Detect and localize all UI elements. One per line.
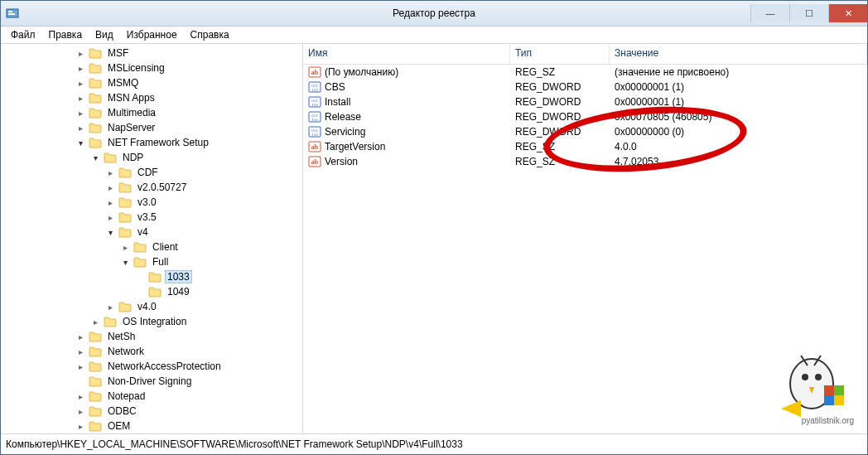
tree-item[interactable]: ▸NetSh: [1, 329, 302, 344]
expand-icon[interactable]: ▸: [105, 197, 115, 207]
tree-pane[interactable]: ▸MSF▸MSLicensing▸MSMQ▸MSN Apps▸Multimedi…: [1, 44, 303, 433]
maximize-button[interactable]: ☐: [789, 4, 828, 22]
svg-point-3: [790, 359, 833, 409]
column-header-name[interactable]: Имя: [303, 44, 510, 64]
tree-item-label: NetworkAccessProtection: [105, 360, 224, 373]
tree-item[interactable]: ▸ODBC: [1, 404, 302, 419]
expand-icon[interactable]: ▸: [105, 182, 115, 192]
tree-item[interactable]: ▸MSLicensing: [1, 61, 302, 75]
expand-icon[interactable]: ▸: [75, 332, 85, 341]
list-row[interactable]: ab(По умолчанию)REG_SZ(значение не присв…: [303, 65, 867, 80]
tree-item[interactable]: ▸MSN Apps: [1, 90, 302, 105]
list-row[interactable]: 011110InstallREG_DWORD0x00000001 (1): [303, 94, 867, 109]
folder-icon: [89, 137, 102, 148]
folder-icon: [118, 196, 132, 208]
expand-icon[interactable]: ▸: [75, 108, 85, 118]
tree-item[interactable]: ▸v3.0: [1, 195, 302, 210]
folder-icon: [89, 77, 102, 89]
collapse-icon[interactable]: ▾: [75, 138, 85, 148]
expand-icon[interactable]: ▸: [105, 302, 115, 312]
expand-icon[interactable]: ▸: [75, 361, 85, 371]
expand-icon[interactable]: ▸: [75, 346, 85, 356]
tree-item[interactable]: ▸Client: [1, 240, 302, 254]
list-body[interactable]: pyatilistnik.org ab(По умолчанию)REG_SZ(…: [303, 65, 867, 433]
tree-item[interactable]: ▸v2.0.50727: [1, 180, 302, 195]
menu-edit[interactable]: Правка: [42, 27, 89, 42]
menu-file[interactable]: Файл: [4, 27, 42, 42]
value-type: REG_SZ: [510, 156, 610, 167]
value-data: 0x00000000 (0): [610, 126, 867, 138]
value-name: TargetVersion: [325, 141, 385, 152]
tree-item[interactable]: ▸OEM: [1, 419, 302, 433]
tree-item[interactable]: ▾v4: [1, 225, 302, 240]
expand-icon[interactable]: ▸: [75, 406, 85, 416]
collapse-icon[interactable]: ▾: [105, 227, 115, 237]
value-data: 4.7.02053: [610, 156, 867, 167]
tree-item-label: Non-Driver Signing: [105, 375, 194, 388]
tree-item[interactable]: ▸v3.5: [1, 210, 302, 225]
expand-icon[interactable]: ▸: [75, 48, 85, 58]
close-button[interactable]: ✕: [828, 4, 867, 22]
folder-icon: [148, 286, 162, 298]
column-header-value[interactable]: Значение: [610, 44, 867, 64]
watermark-logo: pyatilistnik.org: [766, 352, 857, 427]
tree-item[interactable]: ▾NDP: [1, 150, 302, 165]
tree-item-label: v3.5: [135, 211, 159, 224]
tree-item[interactable]: ▸OS Integration: [1, 314, 302, 329]
tree-item[interactable]: ▸MSMQ: [1, 75, 302, 90]
tree-item[interactable]: 1033: [1, 269, 302, 284]
collapse-icon[interactable]: ▾: [120, 257, 130, 267]
tree-item[interactable]: ▸CDF: [1, 165, 302, 180]
expand-icon[interactable]: ▸: [75, 391, 85, 401]
expand-icon[interactable]: ▸: [105, 167, 115, 177]
tree-item[interactable]: ▸Multimedia: [1, 105, 302, 120]
minimize-button[interactable]: —: [750, 4, 789, 22]
menu-favorites[interactable]: Избранное: [120, 27, 184, 42]
value-type: REG_SZ: [510, 66, 610, 78]
list-row[interactable]: 011110ReleaseREG_DWORD0x00070805 (460805…: [303, 109, 867, 124]
expand-icon[interactable]: ▸: [75, 63, 85, 73]
collapse-icon[interactable]: ▾: [90, 152, 100, 162]
list-row[interactable]: abTargetVersionREG_SZ4.0.0: [303, 139, 867, 154]
folder-icon: [89, 375, 102, 387]
expand-icon[interactable]: ▸: [120, 242, 130, 252]
expand-icon[interactable]: ▸: [75, 421, 85, 431]
tree-item-label: v2.0.50727: [135, 181, 189, 194]
tree-item[interactable]: ▾Full: [1, 254, 302, 269]
tree-item[interactable]: 1049: [1, 284, 302, 299]
svg-rect-8: [834, 385, 844, 395]
svg-text:110: 110: [311, 118, 318, 122]
folder-icon: [104, 152, 117, 163]
list-row[interactable]: abVersionREG_SZ4.7.02053: [303, 154, 867, 169]
expand-icon[interactable]: ▸: [105, 212, 115, 222]
svg-text:ab: ab: [311, 143, 319, 151]
column-header-type[interactable]: Тип: [510, 44, 610, 64]
expand-icon[interactable]: ▸: [75, 93, 85, 103]
menu-help[interactable]: Справка: [184, 27, 236, 42]
tree-item[interactable]: ▾NET Framework Setup: [1, 135, 302, 150]
folder-icon: [89, 346, 102, 357]
list-row[interactable]: 011110ServicingREG_DWORD0x00000000 (0): [303, 124, 867, 139]
tree-item[interactable]: ▸Notepad: [1, 389, 302, 404]
list-row[interactable]: 011110CBSREG_DWORD0x00000001 (1): [303, 80, 867, 94]
tree-item[interactable]: ▸NetworkAccessProtection: [1, 359, 302, 374]
list-pane: Имя Тип Значение: [303, 44, 867, 433]
tree-item[interactable]: ▸MSF: [1, 46, 302, 61]
svg-marker-11: [781, 400, 801, 417]
value-type: REG_DWORD: [510, 81, 610, 93]
expand-icon[interactable]: ▸: [90, 317, 100, 327]
tree-item[interactable]: ▸NapServer: [1, 120, 302, 135]
tree-item[interactable]: Non-Driver Signing: [1, 374, 302, 389]
menu-view[interactable]: Вид: [89, 27, 120, 42]
folder-icon: [89, 47, 102, 59]
titlebar[interactable]: Редактор реестра — ☐ ✕: [1, 1, 867, 27]
expand-icon[interactable]: ▸: [75, 123, 85, 133]
tree-item[interactable]: ▸Network: [1, 344, 302, 359]
tree-item-label: Full: [150, 255, 171, 269]
folder-icon: [89, 92, 102, 104]
svg-rect-7: [824, 385, 834, 395]
expand-icon[interactable]: ▸: [75, 78, 85, 88]
tree-item[interactable]: ▸v4.0: [1, 299, 302, 314]
value-name: (По умолчанию): [325, 66, 398, 78]
dword-value-icon: 011110: [308, 110, 321, 123]
